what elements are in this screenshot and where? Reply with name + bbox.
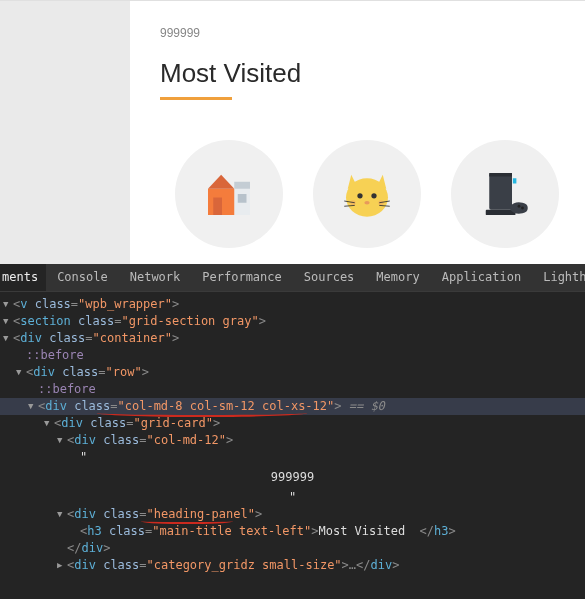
expander-icon[interactable]	[57, 557, 67, 574]
expander-icon[interactable]	[44, 415, 54, 432]
card-cat[interactable]	[313, 140, 421, 248]
dom-line[interactable]: "	[0, 489, 585, 506]
console-icon	[477, 166, 533, 222]
svg-rect-5	[238, 194, 247, 203]
dom-line[interactable]: <div class="col-md-12">	[0, 432, 585, 449]
svg-point-23	[518, 205, 521, 208]
expander-icon[interactable]	[3, 296, 13, 313]
house-icon	[201, 166, 257, 222]
svg-point-10	[371, 193, 376, 198]
dom-line[interactable]: <div class="grid-card">	[0, 415, 585, 432]
page-content: 999999 Most Visited	[130, 0, 585, 264]
svg-rect-18	[489, 173, 512, 210]
dom-line[interactable]: ::before	[0, 381, 585, 398]
devtools-tab-sources[interactable]: Sources	[293, 264, 366, 291]
dom-line[interactable]: "	[0, 449, 585, 466]
devtools-panel: mentsConsoleNetworkPerformanceSourcesMem…	[0, 264, 585, 599]
page-sidebar	[0, 0, 130, 264]
page-preview: 999999 Most Visited	[0, 0, 585, 264]
expander-icon[interactable]	[28, 398, 38, 415]
devtools-tab-network[interactable]: Network	[119, 264, 192, 291]
svg-marker-2	[208, 175, 234, 189]
page-title: Most Visited	[160, 58, 585, 89]
number-text: 999999	[160, 26, 585, 40]
cat-icon	[339, 166, 395, 222]
expander-icon[interactable]	[57, 506, 67, 523]
svg-rect-19	[489, 173, 512, 177]
card-console[interactable]	[451, 140, 559, 248]
dom-line[interactable]: ::before	[0, 347, 585, 364]
svg-point-22	[521, 207, 524, 210]
dom-line[interactable]: </div>	[0, 540, 585, 557]
devtools-tab-performance[interactable]: Performance	[191, 264, 292, 291]
devtools-tabs: mentsConsoleNetworkPerformanceSourcesMem…	[0, 264, 585, 292]
dom-line[interactable]: <div class="heading-panel">	[0, 506, 585, 523]
devtools-tab-application[interactable]: Application	[431, 264, 532, 291]
svg-point-11	[364, 201, 369, 205]
devtools-tab-ments[interactable]: ments	[0, 264, 46, 291]
devtools-tab-lighthouse[interactable]: Lighthouse	[532, 264, 585, 291]
category-cards	[160, 140, 585, 248]
dom-line[interactable]: 999999	[0, 466, 585, 489]
dom-tree[interactable]: <v class="wpb_wrapper"><section class="g…	[0, 292, 585, 574]
dom-line[interactable]: <div class="category_gridz small-size">……	[0, 557, 585, 574]
expander-icon[interactable]	[57, 432, 67, 449]
card-house[interactable]	[175, 140, 283, 248]
dom-line[interactable]: <div class="container">	[0, 330, 585, 347]
expander-icon[interactable]	[3, 313, 13, 330]
dom-line[interactable]: <h3 class="main-title text-left">Most Vi…	[0, 523, 585, 540]
dom-line[interactable]: <v class="wpb_wrapper">	[0, 296, 585, 313]
dom-line[interactable]: <section class="grid-section gray">	[0, 313, 585, 330]
expander-icon[interactable]	[3, 330, 13, 347]
svg-rect-4	[213, 198, 222, 216]
title-underline	[160, 97, 232, 100]
devtools-tab-console[interactable]: Console	[46, 264, 119, 291]
devtools-tab-memory[interactable]: Memory	[365, 264, 430, 291]
svg-point-9	[357, 193, 362, 198]
svg-rect-3	[234, 182, 250, 189]
dom-line[interactable]: <div class="col-md-8 col-sm-12 col-xs-12…	[0, 398, 585, 415]
dom-line[interactable]: <div class="row">	[0, 364, 585, 381]
svg-rect-21	[513, 178, 517, 183]
expander-icon[interactable]	[16, 364, 26, 381]
svg-point-8	[346, 178, 388, 217]
